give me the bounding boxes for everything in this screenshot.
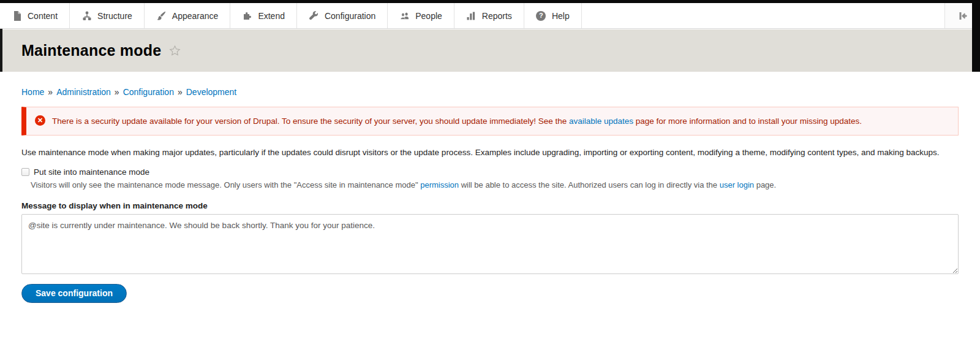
message-field-label: Message to display when in maintenance m… — [21, 201, 959, 210]
toolbar-item-label: Content — [28, 11, 58, 21]
toolbar-spacer — [582, 3, 944, 28]
people-icon — [399, 10, 410, 21]
user-login-link[interactable]: user login — [720, 180, 754, 189]
window-edge-right — [972, 0, 980, 72]
maintenance-mode-checkbox-label[interactable]: Put site into maintenance mode — [34, 167, 149, 177]
star-outline-icon[interactable] — [168, 44, 181, 57]
error-text: There is a security update available for… — [52, 117, 569, 126]
maintenance-message-textarea[interactable]: @site is currently under maintenance. We… — [21, 214, 959, 274]
toolbar-item-label: Appearance — [172, 11, 219, 21]
toolbar-item-label: Reports — [482, 11, 512, 21]
window-edge-top — [0, 0, 980, 3]
toolbar-item-structure[interactable]: Structure — [70, 3, 145, 28]
save-configuration-button[interactable]: Save configuration — [21, 284, 127, 303]
sitemap-icon — [81, 10, 92, 21]
permission-link[interactable]: permission — [420, 180, 459, 189]
breadcrumb-link-configuration[interactable]: Configuration — [123, 87, 174, 97]
help-text: Visitors will only see the maintenance m… — [31, 180, 420, 189]
arrow-to-bar-icon — [957, 10, 968, 21]
main-content: Home»Administration»Configuration»Develo… — [0, 72, 980, 303]
page-title: Maintenance mode — [21, 42, 161, 59]
help-text: page. — [754, 180, 776, 189]
error-message-banner: ✕ There is a security update available f… — [21, 107, 959, 136]
maintenance-mode-checkbox[interactable] — [21, 168, 29, 176]
paintbrush-icon — [156, 10, 167, 21]
toolbar-item-configuration[interactable]: Configuration — [297, 3, 388, 28]
toolbar-item-label: Help — [552, 11, 570, 21]
breadcrumb-separator: » — [178, 87, 183, 97]
error-text: page for more information and to install… — [633, 117, 862, 126]
toolbar-item-label: Extend — [258, 11, 285, 21]
puzzle-icon — [242, 10, 252, 21]
breadcrumb-link-administration[interactable]: Administration — [56, 87, 111, 97]
toolbar-item-reports[interactable]: Reports — [454, 3, 524, 28]
toolbar-item-label: Configuration — [325, 11, 375, 21]
toolbar-item-extend[interactable]: Extend — [230, 3, 297, 28]
bar-chart-icon — [466, 10, 477, 21]
toolbar-item-content[interactable]: Content — [0, 3, 70, 28]
page-header: Maintenance mode — [0, 29, 980, 72]
error-circle-icon: ✕ — [35, 115, 45, 126]
admin-toolbar: Content Structure Appearance Extend Conf… — [0, 3, 980, 29]
breadcrumb-link-home[interactable]: Home — [21, 87, 44, 97]
maintenance-mode-checkbox-row: Put site into maintenance mode — [21, 167, 959, 177]
question-icon: ? — [536, 10, 546, 21]
toolbar-item-label: People — [415, 11, 442, 21]
available-updates-link[interactable]: available updates — [569, 117, 633, 126]
wrench-icon — [309, 10, 319, 21]
window-edge-left — [0, 29, 2, 72]
maintenance-mode-help-text: Visitors will only see the maintenance m… — [31, 180, 959, 191]
breadcrumb-separator: » — [115, 87, 119, 97]
toolbar-item-people[interactable]: People — [388, 3, 454, 28]
breadcrumb: Home»Administration»Configuration»Develo… — [21, 87, 959, 97]
file-icon — [12, 10, 22, 21]
toolbar-item-help[interactable]: ? Help — [524, 3, 582, 28]
breadcrumb-separator: » — [48, 87, 53, 97]
breadcrumb-link-development[interactable]: Development — [186, 87, 237, 97]
toolbar-item-label: Structure — [97, 11, 132, 21]
maintenance-mode-description: Use maintenance mode when making major u… — [21, 146, 959, 159]
toolbar-item-appearance[interactable]: Appearance — [145, 3, 231, 28]
help-text: will be able to access the site. Authori… — [459, 180, 720, 189]
